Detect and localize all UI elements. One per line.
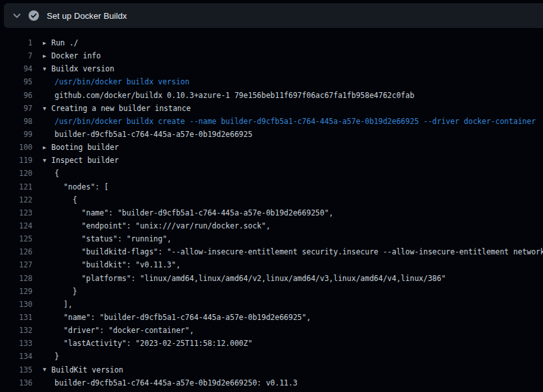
line-number[interactable]: 136 — [0, 378, 32, 387]
group-toggle-icon[interactable]: ▼ — [43, 106, 51, 112]
check-circle-icon — [29, 10, 39, 21]
log-line: 121 "nodes": [ — [0, 180, 543, 193]
line-number[interactable]: 130 — [0, 300, 32, 309]
log-line[interactable]: 119 ▼Inspect builder — [0, 154, 543, 167]
log-text: Docker info — [51, 51, 101, 60]
log-text: "status": "running", — [43, 234, 171, 243]
line-number[interactable]: 132 — [0, 326, 32, 335]
log-text: "buildkitd-flags": "--allow-insecure-ent… — [43, 247, 543, 256]
log-line[interactable]: 135 ▼BuildKit version — [0, 363, 543, 376]
log-line: 131 "name": "builder-d9cfb5a1-c764-445a-… — [0, 311, 543, 324]
line-number[interactable]: 7 — [0, 51, 32, 60]
log-line[interactable]: 94 ▼Buildx version — [0, 62, 543, 75]
group-toggle-icon[interactable]: ▼ — [43, 158, 51, 164]
group-toggle-icon[interactable]: ▼ — [43, 367, 51, 373]
line-number[interactable]: 96 — [0, 91, 32, 100]
log-line: 128 "platforms": "linux/amd64,linux/amd6… — [0, 272, 543, 285]
log-line[interactable]: 97 ▼Creating a new builder instance — [0, 102, 543, 115]
log-lines: 1 ▶Run ./ 7 ▶Docker info 94 ▼Buildx vers… — [0, 28, 543, 392]
line-number[interactable]: 98 — [0, 117, 32, 126]
log-line: 127 "buildkit": "v0.11.3", — [0, 258, 543, 271]
log-text: "platforms": "linux/amd64,linux/amd64/v2… — [43, 274, 446, 283]
log-text: Run ./ — [51, 38, 79, 47]
line-number[interactable]: 127 — [0, 260, 32, 269]
log-text: Booting builder — [51, 143, 119, 152]
log-text: "name": "builder-d9cfb5a1-c764-445a-a57e… — [43, 313, 311, 322]
log-line: 124 "endpoint": "unix:///var/run/docker.… — [0, 219, 543, 232]
log-line: 134 } — [0, 350, 543, 363]
line-number[interactable]: 97 — [0, 104, 32, 113]
log-line: 133 "lastActivity": "2023-02-25T11:58:12… — [0, 337, 543, 350]
line-number[interactable]: 120 — [0, 169, 32, 178]
log-text: "lastActivity": "2023-02-25T11:58:12.000… — [43, 339, 253, 348]
log-text: "endpoint": "unix:///var/run/docker.sock… — [43, 221, 270, 230]
log-line: 126 "buildkitd-flags": "--allow-insecure… — [0, 245, 543, 258]
log-text: "driver": "docker-container", — [43, 326, 194, 335]
step-header[interactable]: Set up Docker Buildx — [4, 3, 543, 28]
line-number[interactable]: 129 — [0, 287, 32, 296]
group-toggle-icon[interactable]: ▶ — [43, 40, 51, 46]
log-text: ], — [43, 300, 73, 309]
group-toggle-icon[interactable]: ▼ — [43, 66, 51, 72]
log-line: 122 { — [0, 193, 543, 206]
group-toggle-icon[interactable]: ▶ — [43, 145, 51, 151]
log-line[interactable]: 100 ▶Booting builder — [0, 141, 543, 154]
line-number[interactable]: 134 — [0, 352, 32, 361]
log-text: "name": "builder-d9cfb5a1-c764-445a-a57e… — [43, 208, 333, 217]
log-line: 136 builder-d9cfb5a1-c764-445a-a57e-0b19… — [0, 376, 543, 389]
log-line: 95 /usr/bin/docker buildx version — [0, 75, 543, 88]
line-number[interactable]: 133 — [0, 339, 32, 348]
line-number[interactable]: 128 — [0, 274, 32, 283]
line-number[interactable]: 1 — [0, 38, 32, 47]
log-line: 96 github.com/docker/buildx 0.10.3+azure… — [0, 89, 543, 102]
line-number[interactable]: 124 — [0, 221, 32, 230]
log-text: BuildKit version — [51, 365, 123, 374]
log-line: 99 builder-d9cfb5a1-c764-445a-a57e-0b19d… — [0, 128, 543, 141]
log-text: Creating a new builder instance — [51, 104, 191, 113]
log-text: "buildkit": "v0.11.3", — [43, 260, 181, 269]
group-toggle-icon[interactable]: ▶ — [43, 53, 51, 59]
log-line[interactable]: 1 ▶Run ./ — [0, 36, 543, 49]
log-line: 129 } — [0, 285, 543, 298]
log-text: Buildx version — [51, 64, 114, 73]
line-number[interactable]: 95 — [0, 77, 32, 86]
log-line: 130 ], — [0, 298, 543, 311]
line-number[interactable]: 122 — [0, 195, 32, 204]
log-line: 98 /usr/bin/docker buildx create --name … — [0, 115, 543, 128]
log-text: "nodes": [ — [43, 182, 108, 191]
line-number[interactable]: 125 — [0, 234, 32, 243]
line-number[interactable]: 126 — [0, 247, 32, 256]
line-number[interactable]: 119 — [0, 156, 32, 165]
line-number[interactable]: 100 — [0, 143, 32, 152]
log-text: } — [43, 287, 77, 296]
log-text: { — [43, 195, 77, 204]
log-line: 120 { — [0, 167, 543, 180]
log-text: } — [43, 352, 59, 361]
log-line: 132 "driver": "docker-container", — [0, 324, 543, 337]
log-text: builder-d9cfb5a1-c764-445a-a57e-0b19d2e6… — [43, 378, 297, 387]
log-text: { — [43, 169, 59, 178]
line-number[interactable]: 135 — [0, 365, 32, 374]
log-text: /usr/bin/docker buildx version — [43, 77, 190, 86]
line-number[interactable]: 99 — [0, 130, 32, 139]
log-text: builder-d9cfb5a1-c764-445a-a57e-0b19d2e6… — [43, 130, 253, 139]
actions-log-viewer: Set up Docker Buildx 1 ▶Run ./ 7 ▶Docker… — [0, 0, 543, 392]
line-number[interactable]: 121 — [0, 182, 32, 191]
log-text: /usr/bin/docker buildx create --name bui… — [43, 117, 536, 126]
line-number[interactable]: 131 — [0, 313, 32, 322]
log-text: Inspect builder — [51, 156, 119, 165]
step-title: Set up Docker Buildx — [47, 11, 127, 21]
line-number[interactable]: 94 — [0, 64, 32, 73]
log-line: 123 "name": "builder-d9cfb5a1-c764-445a-… — [0, 206, 543, 219]
log-line: 125 "status": "running", — [0, 232, 543, 245]
line-number[interactable]: 123 — [0, 208, 32, 217]
log-text: github.com/docker/buildx 0.10.3+azure-1 … — [43, 91, 414, 100]
log-line[interactable]: 7 ▶Docker info — [0, 49, 543, 62]
chevron-down-icon[interactable] — [12, 10, 22, 21]
